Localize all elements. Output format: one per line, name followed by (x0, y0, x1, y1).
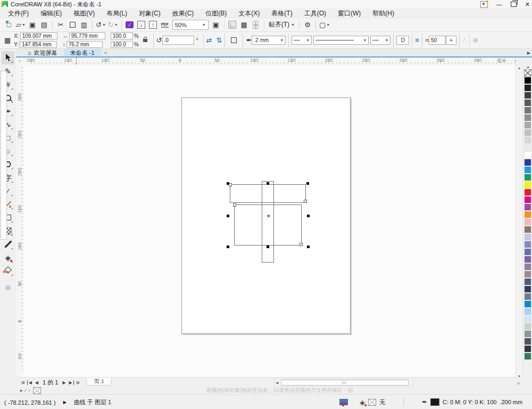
drawing-canvas[interactable]: ✕ (23, 64, 516, 377)
color-swatch[interactable] (524, 92, 531, 99)
color-swatch[interactable] (524, 293, 531, 300)
play-icon[interactable]: ▶ (63, 400, 66, 405)
x-position-field[interactable]: 109.007 mm (20, 32, 57, 39)
color-swatch[interactable] (524, 174, 531, 181)
color-swatch[interactable] (524, 189, 531, 196)
color-swatch[interactable] (524, 285, 531, 293)
color-swatch[interactable] (524, 353, 531, 360)
selection-handle[interactable] (307, 246, 310, 248)
color-swatch[interactable] (524, 159, 531, 166)
scale-v-field[interactable]: 100.0 (111, 41, 133, 48)
smoothness-stepper[interactable]: + (446, 36, 456, 45)
export-button[interactable]: ↑ (147, 20, 159, 30)
color-swatch[interactable] (524, 77, 531, 84)
shape-node[interactable] (300, 243, 303, 246)
open-folder-button[interactable]: ▱▼ (15, 20, 27, 30)
color-swatch[interactable] (524, 338, 531, 345)
color-swatch[interactable] (524, 136, 531, 144)
color-swatch[interactable] (524, 84, 531, 92)
no-color-swatch[interactable] (33, 387, 41, 394)
menu-item-9[interactable]: 表格(T) (265, 9, 298, 18)
outline-pen-icon[interactable]: ✒ (422, 398, 427, 406)
paste-button[interactable]: ▥ (78, 20, 90, 30)
selection-handle[interactable] (267, 182, 269, 185)
color-swatch[interactable] (524, 181, 531, 189)
tab-welcome-screen[interactable]: ⌂ 欢迎屏幕 (21, 49, 64, 56)
lock-ratio-icon[interactable] (143, 39, 147, 42)
page-1-tab[interactable]: 页 1 (86, 378, 112, 386)
cut-button[interactable]: ✂ (55, 20, 66, 30)
search-content-button[interactable]: ∕ (124, 20, 136, 30)
close-curve-icon[interactable]: D (396, 36, 409, 45)
copy-button[interactable] (66, 20, 78, 30)
minimize-button[interactable]: — (496, 1, 502, 8)
palette-scroll-up-icon[interactable]: ▲ (524, 65, 532, 69)
selection-handle[interactable] (267, 246, 269, 248)
color-swatch[interactable] (524, 323, 531, 330)
object-width-field[interactable]: 95.779 mm (69, 32, 105, 39)
vertical-scrollbar[interactable]: ▲ ▼ (516, 65, 523, 379)
horizontal-scrollbar-thumb[interactable] (281, 380, 409, 386)
color-swatch[interactable] (524, 300, 531, 308)
color-swatch[interactable] (524, 211, 531, 218)
color-swatch[interactable] (524, 278, 531, 285)
arrow-end-select[interactable]: ▼ (370, 36, 390, 45)
docker-expand-icon[interactable]: ▶ (527, 51, 530, 55)
outline-width-select[interactable]: .2 mm ▼ (252, 36, 286, 45)
restore-icon[interactable] (511, 2, 517, 7)
arrow-start-select[interactable]: ▼ (292, 36, 312, 45)
color-swatch[interactable] (524, 330, 531, 338)
outline-color-swatch[interactable] (430, 398, 439, 406)
smoothness-field[interactable]: 50 (429, 36, 446, 45)
application-launcher-button[interactable]: ▢▼ (318, 20, 331, 30)
menu-item-4[interactable]: 布局(L) (101, 9, 133, 18)
color-swatch[interactable] (524, 271, 531, 278)
selection-handle[interactable] (306, 182, 309, 185)
options-button[interactable]: ⚙ (302, 20, 313, 30)
mirror-vertical-icon[interactable]: ⇅ (216, 37, 222, 44)
next-page-button[interactable]: ▶ (61, 380, 66, 385)
undo-button[interactable]: ↺▼ (95, 20, 107, 30)
flyout-icon[interactable]: ▸ (20, 388, 23, 393)
snap-to-button[interactable]: 贴齐(T)▼ (267, 20, 297, 29)
scale-h-field[interactable]: 100.0 (111, 32, 133, 39)
menu-item-2[interactable]: 编辑(E) (35, 9, 68, 18)
mirror-horizontal-icon[interactable]: ⇄ (206, 37, 212, 44)
menu-item-10[interactable]: 工具(O) (298, 9, 332, 18)
color-swatch[interactable] (524, 241, 531, 248)
new-tab-button[interactable]: + (101, 49, 111, 56)
selection-handle[interactable] (227, 182, 229, 185)
close-button[interactable]: ✕ (525, 1, 530, 8)
no-color-swatch[interactable] (524, 69, 531, 77)
color-swatch[interactable] (524, 129, 531, 136)
zoom-level-select[interactable]: 50%▼ (172, 20, 209, 30)
color-swatch[interactable] (524, 166, 531, 174)
show-grid-button[interactable]: ▦ (238, 20, 250, 30)
selection-handle[interactable] (227, 215, 229, 217)
color-proof-icon[interactable] (339, 399, 348, 405)
object-height-field[interactable]: 76.2 mm (66, 41, 103, 48)
palette-expand-icon[interactable]: » (517, 380, 520, 386)
fullscreen-preview-button[interactable]: ▣ (210, 20, 222, 30)
scroll-up-icon[interactable]: ▲ (516, 66, 522, 70)
scroll-left-icon[interactable]: ‹ (29, 388, 30, 393)
menu-item-11[interactable]: 窗口(W) (332, 9, 367, 18)
menu-item-7[interactable]: 位图(B) (200, 9, 232, 18)
color-swatch[interactable] (524, 256, 531, 263)
line-style-select[interactable]: ▼ (313, 36, 369, 45)
show-rulers-button[interactable]: ∟ (227, 20, 238, 30)
horizontal-ruler[interactable]: 毫米 20015010050050100150200250300350400 (23, 58, 516, 65)
smart-fill-tool[interactable]: ◈ (2, 251, 14, 264)
rotation-angle-field[interactable]: .0 (162, 36, 194, 45)
color-swatch[interactable] (524, 218, 531, 226)
prev-page-button[interactable]: ◀ (34, 380, 39, 385)
color-swatch[interactable] (524, 263, 531, 271)
color-swatch[interactable] (524, 196, 531, 203)
fill-none-swatch[interactable] (368, 399, 376, 406)
menu-item-3[interactable]: 视图(V) (68, 9, 101, 18)
shape-node[interactable] (233, 203, 236, 207)
new-document-button[interactable]: □ (3, 20, 15, 30)
redo-button[interactable]: ↻▼ (107, 20, 119, 30)
selection-handle[interactable] (227, 246, 229, 248)
scroll-left-icon[interactable]: ◀ (276, 379, 278, 386)
